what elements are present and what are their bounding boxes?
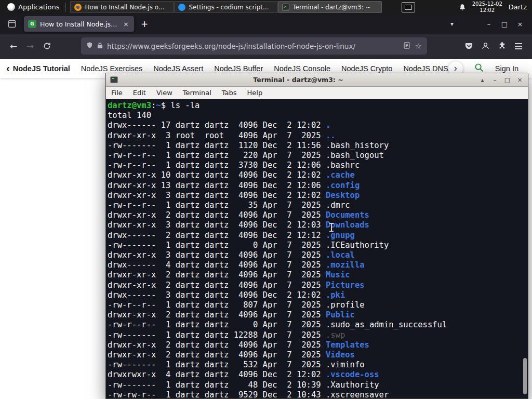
browser-toolbar: ← → https://www.geeksforgeeks.org/node-j…: [0, 34, 532, 59]
clock-time: 12:02: [472, 7, 502, 14]
window-minimize-button[interactable]: –: [481, 17, 497, 31]
terminal-menu-edit[interactable]: Edit: [128, 88, 151, 98]
file-name: .profile: [326, 300, 365, 310]
tabs-dropdown-icon[interactable]: ▾: [445, 20, 459, 28]
tray-terminal-icon[interactable]: [402, 2, 415, 12]
terminal-line: drwxr-xr-x 2 dartz dartz 4096 Apr 7 2025…: [108, 210, 528, 220]
terminal-menu-help[interactable]: Help: [242, 88, 268, 98]
tab-close-icon[interactable]: ×: [122, 20, 130, 28]
terminal-title: Terminal - dartz@vm3: ~: [121, 76, 475, 84]
file-name: .mozilla: [326, 260, 365, 270]
taskbar: How to Install Node.js o... Settings - c…: [70, 0, 382, 14]
gfg-nav-link-nodejs-crypto[interactable]: NodeJS Crypto: [341, 64, 392, 73]
mouse-cursor: [331, 223, 332, 231]
terminal-line: drwxr-xr-x 3 dartz dartz 4096 Apr 7 2025…: [108, 250, 528, 260]
terminal-line: total 140: [108, 111, 528, 121]
terminal-app-icon: [110, 76, 118, 83]
nav-scroll-left-icon[interactable]: ‹: [6, 62, 10, 74]
terminal-minimize-button[interactable]: –: [491, 76, 499, 84]
extensions-icon[interactable]: [494, 38, 510, 55]
terminal-scrollbar[interactable]: [522, 99, 528, 398]
gfg-nav-link-nodejs-tutorial[interactable]: NodeJS Tutorial: [13, 64, 70, 73]
terminal-maximize-button[interactable]: □: [503, 76, 511, 84]
terminal-line: -rw-r--r-- 1 dartz dartz 0 Apr 7 2025 .s…: [108, 320, 528, 330]
terminal-menu-terminal[interactable]: Terminal: [178, 88, 217, 98]
taskbar-button-terminal[interactable]: >_ Terminal - dartz@vm3: ~: [278, 1, 382, 13]
menu-icon[interactable]: [510, 38, 527, 55]
gfg-nav-link-nodejs-assert[interactable]: NodeJS Assert: [153, 64, 203, 73]
pocket-icon[interactable]: [460, 38, 477, 55]
terminal-line: -rw-r--r-- 1 dartz dartz 3730 Dec 2 12:0…: [108, 161, 528, 170]
forward-button[interactable]: →: [22, 38, 38, 55]
panel-separator: [65, 3, 68, 12]
lock-icon[interactable]: [97, 41, 103, 51]
file-name: .cache: [326, 170, 355, 180]
terminal-line: -rw------- 1 dartz dartz 532 Apr 7 2025 …: [108, 360, 528, 370]
terminal-shade-button[interactable]: ▴: [478, 76, 486, 84]
firefox-view-icon[interactable]: [4, 17, 20, 31]
reader-mode-icon[interactable]: [404, 41, 410, 51]
taskbar-button-codium[interactable]: Settings - codium script...: [174, 1, 278, 13]
terminal-scrollbar-thumb[interactable]: [523, 358, 527, 394]
clock-date: 2025-12-02: [472, 1, 502, 7]
taskbar-button-firefox[interactable]: How to Install Node.js o...: [70, 1, 174, 13]
terminal-line: drwx------ 3 dartz dartz 4096 Dec 2 12:0…: [108, 290, 528, 300]
url-bar[interactable]: https://www.geeksforgeeks.org/node-js/in…: [81, 37, 427, 55]
gfg-nav-link-nodejs-buffer[interactable]: NodeJS Buffer: [214, 64, 263, 73]
applications-menu[interactable]: Applications: [3, 0, 63, 14]
terminal-output[interactable]: dartz@vm3:~$ ls -latotal 140drwx------ 1…: [106, 99, 528, 398]
bookmark-star-icon[interactable]: ☆: [415, 42, 422, 51]
terminal-menu-file[interactable]: File: [106, 88, 128, 98]
file-name: Pictures: [326, 281, 365, 290]
terminal-line: drwxr-xr-x 3 dartz dartz 4096 Dec 2 12:0…: [108, 191, 528, 201]
file-name: .sudo_as_admin_successful: [326, 320, 447, 329]
file-name: .local: [326, 250, 355, 260]
terminal-line: drwxr-xr-x 13 dartz dartz 4096 Dec 2 12:…: [108, 181, 528, 191]
terminal-line: drwxr-xr-x 3 dartz dartz 4096 Dec 2 12:0…: [108, 220, 528, 230]
new-tab-button[interactable]: +: [137, 17, 152, 31]
gfg-nav-link-nodejs-exercises[interactable]: NodeJS Exercises: [81, 64, 142, 73]
notification-bell-icon[interactable]: [459, 4, 466, 11]
file-name: Videos: [326, 350, 355, 360]
panel-clock[interactable]: 2025-12-02 12:02: [472, 1, 502, 14]
gfg-nav-link-nodejs-console[interactable]: NodeJS Console: [274, 64, 330, 73]
terminal-menubar: FileEditViewTerminalTabsHelp: [106, 87, 528, 99]
account-icon[interactable]: [477, 38, 494, 55]
user-menu[interactable]: Dartz: [509, 3, 527, 11]
distro-logo-icon: [7, 3, 15, 11]
terminal-line: drwxr-xr-x 2 dartz dartz 4096 Apr 7 2025…: [108, 340, 528, 350]
file-name: .gnupg: [326, 231, 355, 240]
reload-button[interactable]: [38, 38, 55, 55]
browser-tab-bar: G How to Install Node.js on × + ▾ – □ ×: [0, 14, 532, 34]
terminal-close-button[interactable]: ×: [516, 76, 524, 84]
terminal-menu-view[interactable]: View: [151, 88, 178, 98]
terminal-line: drwx------ 17 dartz dartz 4096 Dec 2 12:…: [108, 121, 528, 130]
shield-icon[interactable]: [86, 41, 93, 51]
sign-in-button[interactable]: Sign In: [495, 64, 518, 73]
back-button[interactable]: ←: [5, 38, 22, 55]
browser-tab[interactable]: G How to Install Node.js on ×: [24, 16, 134, 32]
url-text: https://www.geeksforgeeks.org/node-js/in…: [107, 42, 400, 50]
firefox-icon: [74, 4, 82, 11]
file-name: Documents: [326, 210, 369, 220]
terminal-line: drwxr-xr-x 2 dartz dartz 4096 Apr 7 2025…: [108, 350, 528, 360]
terminal-titlebar[interactable]: Terminal - dartz@vm3: ~ ▴ – □ ×: [106, 73, 528, 87]
applications-label: Applications: [18, 3, 59, 11]
terminal-line: -rw-r--r-- 1 dartz dartz 220 Apr 7 2025 …: [108, 151, 528, 161]
terminal-line: drwxr-xr-x 3 root root 4096 Apr 7 2025 .…: [108, 131, 528, 141]
terminal-menu-tabs[interactable]: Tabs: [217, 88, 242, 98]
terminal-line: drwxrwxr-x 4 dartz dartz 4096 Dec 2 12:0…: [108, 370, 528, 380]
terminal-line: -rw-r--r-- 1 dartz dartz 807 Apr 7 2025 …: [108, 300, 528, 310]
window-close-button[interactable]: ×: [512, 17, 528, 31]
gfg-nav-link-nodejs-dns[interactable]: NodeJS DNS: [403, 64, 448, 73]
file-name: .bash_history: [326, 141, 389, 150]
terminal-line: dartz@vm3:~$ ls -la: [108, 101, 528, 111]
file-name: Desktop: [326, 191, 360, 200]
file-name: ..: [326, 131, 336, 140]
terminal-line: -rw-r--r-- 1 dartz dartz 35 Apr 7 2025 .…: [108, 201, 528, 210]
window-maximize-button[interactable]: □: [497, 17, 512, 31]
file-name: .pki: [326, 290, 345, 300]
terminal-line: -rw------- 1 dartz dartz 0 Apr 7 2025 .I…: [108, 241, 528, 250]
panel-tray: 2025-12-02 12:02 Dartz: [402, 1, 529, 14]
file-name: Public: [326, 310, 355, 320]
